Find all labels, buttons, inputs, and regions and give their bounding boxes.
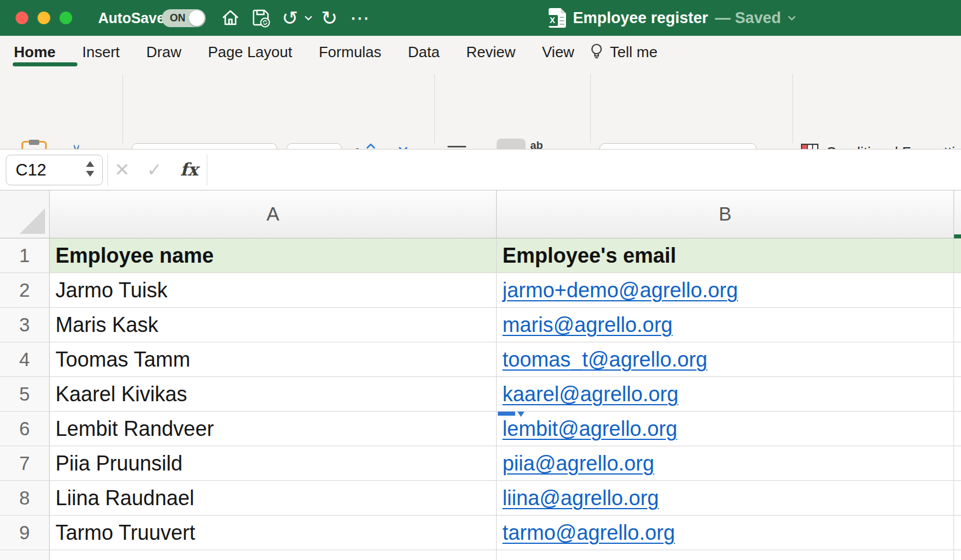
redo-button[interactable]: ↻ (321, 0, 338, 36)
tab-data[interactable]: Data (408, 36, 439, 68)
toggle-knob-icon (189, 10, 204, 26)
cell-employee-name[interactable]: Employee name (50, 238, 497, 273)
cell-employee-name[interactable] (50, 550, 497, 560)
row-number[interactable]: 5 (0, 377, 50, 412)
tab-view[interactable]: View (542, 36, 575, 68)
insert-function-button[interactable]: fx (180, 150, 198, 191)
cell-employee-email[interactable]: maris@agrello.org (497, 308, 954, 342)
email-link[interactable]: piia@agrello.org (502, 451, 654, 476)
undo-button[interactable]: ↺ (282, 0, 312, 36)
cell-employee-email[interactable]: liina@agrello.org (497, 481, 954, 516)
cell-employee-email[interactable]: lembit@agrello.org (497, 412, 954, 446)
align-top-button[interactable] (446, 142, 468, 150)
excel-window: AutoSave ON ↺ ↻ (0, 0, 961, 560)
tab-insert[interactable]: Insert (82, 36, 120, 68)
column-header-c[interactable] (954, 191, 961, 238)
name-box-stepper[interactable] (86, 161, 94, 180)
cell-employee-name[interactable]: Lembit Randveer (50, 412, 497, 446)
row-number[interactable]: 7 (0, 446, 50, 481)
tab-home[interactable]: Home (14, 36, 55, 68)
cell-employee-name[interactable]: Toomas Tamm (50, 342, 497, 377)
row-number[interactable]: 4 (0, 342, 50, 377)
row-number[interactable]: 2 (0, 273, 50, 308)
document-title: Employee register (573, 9, 708, 27)
cell-employee-email[interactable]: piia@agrello.org (497, 446, 954, 481)
cell-employee-name[interactable]: Tarmo Truuvert (50, 516, 497, 550)
stepper-up-icon (86, 161, 94, 167)
cell-extra[interactable] (954, 516, 961, 550)
excel-file-icon: X (549, 8, 566, 28)
cell-extra[interactable] (954, 412, 961, 446)
tab-review[interactable]: Review (466, 36, 515, 68)
email-link[interactable]: tarmo@agrello.org (502, 521, 675, 545)
select-all-button[interactable] (0, 191, 50, 238)
spreadsheet-grid: A B 1Employee nameEmployee's email2Jarmo… (0, 191, 961, 560)
conditional-formatting-icon (800, 143, 819, 150)
row-number[interactable]: 8 (0, 481, 50, 516)
cell-employee-name[interactable]: Kaarel Kivikas (50, 377, 497, 412)
email-link[interactable]: jarmo+demo@agrello.org (502, 278, 738, 303)
number-format-select[interactable]: General (599, 143, 757, 150)
cell-employee-name[interactable]: Liina Raudnael (50, 481, 497, 516)
row-number[interactable]: 3 (0, 308, 50, 342)
cell-employee-email[interactable]: tarmo@agrello.org (497, 516, 954, 550)
email-link[interactable]: liina@agrello.org (502, 486, 659, 510)
column-header-b[interactable]: B (497, 191, 954, 238)
email-link[interactable]: kaarel@agrello.org (502, 382, 679, 406)
cell-extra[interactable] (954, 481, 961, 516)
cell-employee-name[interactable]: Maris Kask (50, 308, 497, 342)
font-size-select[interactable]: 12 (286, 143, 342, 150)
autofill-marker-triangle-icon[interactable] (517, 412, 524, 417)
cell-employee-name[interactable]: Piia Pruunsild (50, 446, 497, 481)
tab-page-layout[interactable]: Page Layout (208, 36, 292, 68)
cell-employee-email[interactable]: jarmo+demo@agrello.org (497, 273, 954, 308)
tab-draw[interactable]: Draw (146, 36, 181, 68)
cell-extra[interactable] (954, 446, 961, 481)
cell-employee-email[interactable]: Employee's email (497, 238, 954, 273)
cell-extra[interactable] (954, 238, 961, 273)
email-link[interactable]: lembit@agrello.org (502, 417, 677, 441)
cell-employee-name[interactable]: Jarmo Tuisk (50, 273, 497, 308)
cell-extra[interactable] (954, 550, 961, 560)
name-box[interactable]: C12 (6, 155, 103, 185)
cell-extra[interactable] (954, 308, 961, 342)
close-window-button[interactable] (16, 12, 28, 24)
cell-extra[interactable] (954, 342, 961, 377)
redo-icon: ↻ (321, 8, 338, 28)
conditional-formatting-button[interactable]: Conditional Formatting (800, 143, 961, 150)
cell-extra[interactable] (954, 377, 961, 412)
cell-extra[interactable] (954, 273, 961, 308)
minimize-window-button[interactable] (38, 12, 50, 24)
autosave-toggle[interactable]: ON (162, 9, 206, 27)
cancel-button[interactable]: ✕ (114, 150, 130, 191)
align-bottom-button[interactable] (500, 142, 522, 150)
cut-button[interactable]: ✂ (66, 144, 87, 150)
row-number[interactable]: 1 (0, 238, 50, 273)
undo-icon: ↺ (282, 8, 299, 28)
email-link[interactable]: toomas_t@agrello.org (502, 348, 707, 372)
column-header-a[interactable]: A (50, 191, 497, 238)
paste-button[interactable]: Paste (14, 141, 54, 150)
row-number[interactable]: 9 (0, 516, 50, 550)
autofill-marker-icon[interactable] (498, 412, 515, 416)
document-title-group[interactable]: X Employee register — Saved (549, 0, 796, 36)
row-number[interactable]: 6 (0, 412, 50, 446)
paste-clipboard-icon (21, 141, 47, 150)
home-button[interactable] (221, 0, 240, 36)
tell-me-button[interactable]: Tell me (590, 36, 657, 68)
wrap-text-button[interactable]: ab c↵ (530, 140, 560, 150)
font-name-select[interactable]: Calibri (Body) (132, 143, 277, 150)
cell-employee-email[interactable]: toomas_t@agrello.org (497, 342, 954, 377)
enter-button[interactable]: ✓ (147, 150, 162, 191)
cell-employee-email[interactable]: kaarel@agrello.org (497, 377, 954, 412)
formula-input[interactable] (208, 150, 961, 191)
tab-formulas[interactable]: Formulas (319, 36, 381, 68)
cell-employee-email[interactable] (497, 550, 954, 560)
align-middle-button[interactable] (472, 142, 494, 150)
row-number[interactable] (0, 550, 50, 560)
zoom-window-button[interactable] (59, 12, 72, 24)
more-commands-button[interactable]: ⋯ (350, 0, 370, 36)
increase-font-size-button[interactable]: A (351, 144, 363, 150)
save-button[interactable] (251, 0, 271, 36)
email-link[interactable]: maris@agrello.org (502, 313, 673, 337)
